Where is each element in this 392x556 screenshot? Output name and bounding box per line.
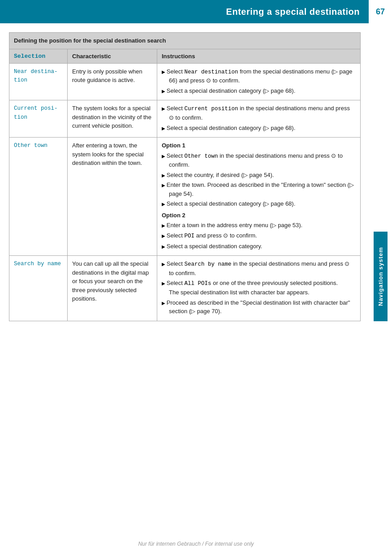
option2-label: Option 2: [162, 211, 356, 220]
main-content: Defining the position for the special de…: [9, 32, 361, 321]
selection-current-position: Current posi-tion: [9, 100, 68, 138]
char-current-position: The system looks for a special destinati…: [68, 100, 157, 138]
table-header-row: Selection Characteristic Instructions: [9, 49, 361, 63]
footer-text: Nur für internen Gebrauch / For internal…: [138, 541, 254, 547]
instr-current-position: Select Current position in the special d…: [157, 100, 361, 138]
page-number: 67: [369, 0, 392, 23]
col-header-characteristic: Characteristic: [68, 49, 157, 63]
table-title: Defining the position for the special de…: [9, 33, 361, 49]
table-row: Other town After entering a town, the sy…: [9, 138, 361, 256]
char-other-town: After entering a town, the system looks …: [68, 138, 157, 256]
selection-near-destination: Near destina-tion: [9, 63, 68, 100]
char-near-destination: Entry is only possible when route guidan…: [68, 63, 157, 100]
table-row: Near destina-tion Entry is only possible…: [9, 63, 361, 100]
table-row: Search by name You can call up all the s…: [9, 256, 361, 321]
selection-other-town: Other town: [9, 138, 68, 256]
footer: Nur für internen Gebrauch / For internal…: [0, 541, 392, 547]
col-header-instructions: Instructions: [157, 49, 361, 63]
instr-near-destination: Select Near destination from the special…: [157, 63, 361, 100]
table-title-row: Defining the position for the special de…: [9, 33, 361, 49]
option1-label: Option 1: [162, 141, 356, 150]
sidebar-label-container: Navigation system: [369, 23, 392, 529]
selection-search-by-name: Search by name: [9, 256, 68, 321]
char-search-by-name: You can call up all the special destinat…: [68, 256, 157, 321]
instr-search-by-name: Select Search by name in the special des…: [157, 256, 361, 321]
col-header-selection: Selection: [9, 49, 68, 63]
definition-table: Defining the position for the special de…: [9, 32, 361, 321]
instr-other-town: Option 1 Select Other town in the specia…: [157, 138, 361, 256]
header-bar: Entering a special destination 67: [0, 0, 392, 23]
header-title: Entering a special destination: [0, 7, 369, 17]
table-row: Current posi-tion The system looks for a…: [9, 100, 361, 138]
sidebar-label: Navigation system: [374, 232, 388, 321]
